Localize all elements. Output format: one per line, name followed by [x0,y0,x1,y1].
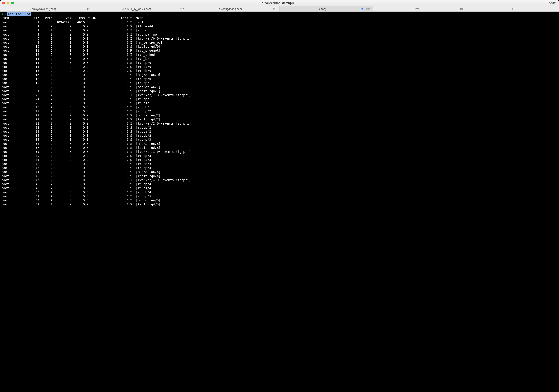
tab-1[interactable]: ..122044_by_CXV (-zsh)⌘2 [93,6,187,11]
ps-row: root 27 2 0 0 0 0 S [cpuhp/2] [1,109,558,113]
ps-row: root 49 2 0 0 0 0 S [rcuos/4] [1,186,558,190]
ps-row: root 2 0 0 0 0 0 S [kthreadd] [1,24,558,28]
tab-label: ~ (-zsh) [373,7,457,10]
ps-rows: root 1 0 10942220 4016 0 0 S initroot 2 … [1,20,558,206]
titlebar: crifan@crifanlidembp@:~ ⌥⌘1 [0,0,559,6]
ps-row: root 19 2 0 0 0 0 S [cpuhp/1] [1,81,558,85]
terminal-window: crifan@crifanlidembp@:~ ⌥⌘1 ..proxy/save… [0,0,559,392]
ps-row: root 37 2 0 0 0 0 S [ksoftirqd/3] [1,146,558,150]
window-shortcut-hint: ⌥⌘1 [549,1,557,5]
ps-row: root 28 2 0 0 0 0 S [migration/2] [1,113,558,117]
ps-row: root 40 2 0 0 0 0 S [rcuop/3] [1,154,558,158]
minimize-icon[interactable] [7,2,9,4]
ps-row: root 3 2 0 0 0 0 I [rcu_gp] [1,28,558,32]
tab-3[interactable]: ~ (-zsh)⌘4 [280,6,373,11]
tab-label: ~ (-zsh) [280,7,362,10]
prompt-command: adb shell ps [7,12,31,16]
ps-row: root 21 2 0 0 0 0 S [ksoftirqd/1] [1,89,558,93]
tab-2[interactable]: ..icDebug/frida (-zsh)⌘3 [186,6,280,11]
ps-row: root 1 0 10942220 4016 0 0 S init [1,20,558,24]
ps-row: root 45 2 0 0 0 0 S [ksoftirqd/4] [1,174,558,178]
tab-label: ..icDebug/frida (-zsh) [186,7,271,10]
prompt-cwd: ~ [4,12,6,16]
ps-header-row: USER PID PPID VSZ RSS WCHAN ADDR S NAME [1,16,558,20]
ps-row: root 18 2 0 0 0 0 S [cpuhp/0] [1,77,558,81]
close-icon[interactable] [2,2,5,4]
prompt-arrow-icon: ➜ [1,12,3,16]
tab-shortcut: ⌘2 [177,7,186,10]
add-tab-button[interactable]: + [466,6,559,11]
tab-shortcut: ⌘1 [84,7,93,10]
tab-label: ..proxy/saveUrl (-zsh) [0,7,84,10]
ps-row: root 17 2 0 0 0 0 S [migration/0] [1,73,558,77]
ps-row: root 47 2 0 0 0 0 I [kworker/4:0H-events… [1,178,558,182]
ps-row: root 42 2 0 0 0 0 S [rcuob/3] [1,162,558,166]
ps-row: root 20 2 0 0 0 0 S [migration/1] [1,85,558,89]
ps-row: root 16 2 0 0 0 0 S [rcuob/0] [1,69,558,73]
tab-shortcut: ⌘3 [271,7,280,10]
ps-row: root 50 2 0 0 0 0 S [rcuob/4] [1,190,558,194]
ps-row: root 48 2 0 0 0 0 S [rcuop/4] [1,182,558,186]
prompt-line: ➜ ~ adb shell ps [1,12,558,16]
ps-row: root 25 2 0 0 0 0 S [rcuos/1] [1,101,558,105]
tab-shortcut: ⌘4 [364,7,373,10]
ps-row: root 24 2 0 0 0 0 S [rcuop/1] [1,97,558,101]
ps-row: root 10 2 0 0 0 0 S [ksoftirqd/0] [1,45,558,49]
ps-row: root 9 2 0 0 0 0 I [mm_percpu_wq] [1,40,558,45]
ps-row: root 39 2 0 0 0 0 I [kworker/3:0H-events… [1,150,558,154]
ps-row: root 52 2 0 0 0 0 S [migration/5] [1,198,558,202]
ps-row: root 43 2 0 0 0 0 S [cpuhp/4] [1,166,558,170]
activity-dot-icon [361,8,363,10]
ps-row: root 14 2 0 0 0 0 S [rcuop/0] [1,61,558,65]
ps-row: root 6 2 0 0 0 0 I [kworker/0:0H-events_… [1,36,558,40]
ps-row: root 51 2 0 0 0 0 S [cpuhp/5] [1,194,558,198]
ps-row: root 36 2 0 0 0 0 S [migration/3] [1,142,558,146]
ps-row: root 11 2 0 0 0 0 R [rcu_preempt] [1,49,558,53]
terminal-body[interactable]: ➜ ~ adb shell ps USER PID PPID VSZ RSS W… [0,12,559,392]
ps-row: root 32 2 0 0 0 0 S [rcuop/2] [1,125,558,129]
tab-label: ..122044_by_CXV (-zsh) [93,7,178,10]
maximize-icon[interactable] [11,2,14,4]
ps-row: root 44 2 0 0 0 0 S [migration/4] [1,170,558,174]
ps-row: root 26 2 0 0 0 0 S [rcuob/1] [1,105,558,109]
ps-row: root 53 2 0 0 0 0 S [ksoftirqd/5] [1,202,558,206]
traffic-lights [2,2,14,4]
ps-row: root 31 2 0 0 0 0 I [kworker/2:0H-events… [1,121,558,125]
ps-row: root 4 2 0 0 0 0 I [rcu_par_gp] [1,32,558,36]
ps-row: root 33 2 0 0 0 0 S [rcuos/2] [1,129,558,134]
ps-row: root 41 2 0 0 0 0 S [rcuos/3] [1,158,558,162]
ps-row: root 12 2 0 0 0 0 I [rcu_sched] [1,53,558,57]
tab-4[interactable]: ~ (-zsh)⌘5 [373,6,466,11]
ps-row: root 34 2 0 0 0 0 S [rcuob/2] [1,134,558,137]
ps-row: root 23 2 0 0 0 0 I [kworker/1:0H-events… [1,93,558,97]
ps-row: root 15 2 0 0 0 0 S [rcuos/0] [1,65,558,69]
tab-shortcut: ⌘5 [457,7,466,10]
tab-bar: ..proxy/saveUrl (-zsh)⌘1..122044_by_CXV … [0,6,559,12]
window-title: crifan@crifanlidembp@:~ [262,1,297,5]
ps-row: root 29 2 0 0 0 0 S [ksoftirqd/2] [1,117,558,121]
ps-row: root 13 2 0 0 0 0 I [rcu_bh] [1,57,558,61]
ps-row: root 35 2 0 0 0 0 S [cpuhp/3] [1,137,558,142]
tab-0[interactable]: ..proxy/saveUrl (-zsh)⌘1 [0,6,93,11]
